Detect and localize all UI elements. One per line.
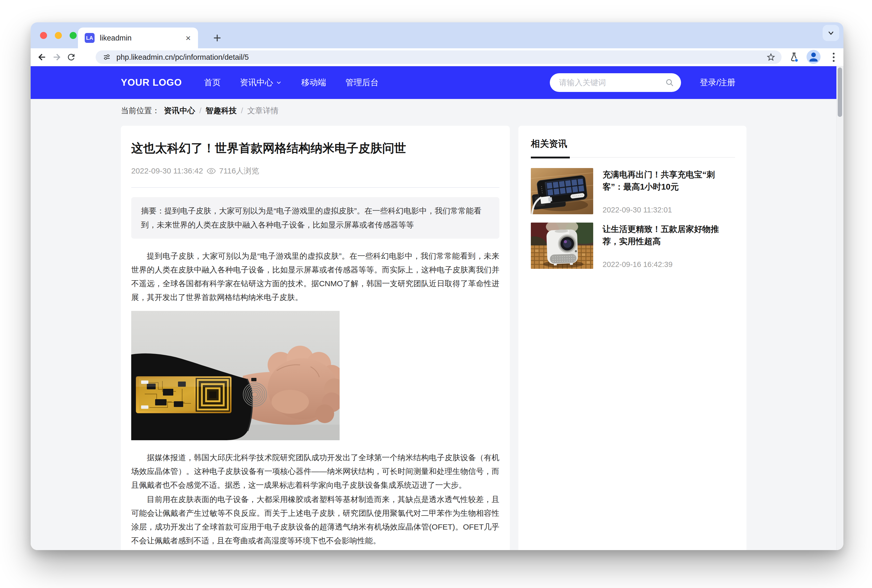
nav-item-label: 资讯中心 <box>240 77 273 88</box>
nav-item-mobile[interactable]: 移动端 <box>301 77 326 88</box>
main-navigation: 首页 资讯中心 移动端 管理后台 <box>204 77 378 88</box>
minimize-window-button[interactable] <box>55 32 62 39</box>
browser-toolbar: php.likeadmin.cn/pc/information/detail/5 <box>31 48 843 66</box>
chevron-down-icon <box>827 29 835 37</box>
browser-tab-strip: LA likeadmin × + <box>31 22 843 48</box>
fullscreen-window-button[interactable] <box>70 32 77 39</box>
search-icon[interactable] <box>665 78 674 87</box>
related-item-date: 2022-09-16 16:42:39 <box>603 260 672 269</box>
related-item-title[interactable]: 让生活更精致！五款居家好物推荐，实用性超高 <box>603 223 735 248</box>
nav-item-admin[interactable]: 管理后台 <box>345 77 378 88</box>
related-item-thumbnail[interactable] <box>531 223 593 269</box>
search-input[interactable] <box>558 78 665 87</box>
close-window-button[interactable] <box>40 32 47 39</box>
related-news-title: 相关资讯 <box>531 138 735 150</box>
article-paragraph: 目前用在皮肤表面的电子设备，大都采用橡胶或者塑料等基材制造而来，其缺点是透水透气… <box>131 492 500 548</box>
breadcrumb-separator: / <box>241 106 243 115</box>
tab-search-button[interactable] <box>822 25 839 41</box>
search-box[interactable] <box>550 73 681 92</box>
article-title: 这也太科幻了！世界首款网格结构纳米电子皮肤问世 <box>131 141 500 156</box>
publish-time: 2022-09-30 11:36:42 <box>131 166 203 175</box>
related-item-title[interactable]: 充满电再出门！共享充电宝“刺客”：最高1小时10元 <box>603 168 735 193</box>
bookmark-star-button[interactable] <box>766 52 776 62</box>
url-address-bar[interactable]: php.likeadmin.cn/pc/information/detail/5 <box>96 50 782 64</box>
related-item-thumbnail[interactable] <box>531 168 593 214</box>
site-settings-tune-icon[interactable] <box>102 53 111 62</box>
eye-icon <box>207 168 216 174</box>
breadcrumb-separator: / <box>199 106 201 115</box>
browser-menu-button[interactable] <box>826 50 841 64</box>
back-arrow-icon <box>37 52 47 62</box>
divider <box>131 187 500 188</box>
breadcrumb-prefix: 当前位置： <box>121 105 160 116</box>
browser-tab[interactable]: LA likeadmin × <box>78 27 198 48</box>
page-scrollbar[interactable] <box>836 66 843 550</box>
breadcrumb: 当前位置： 资讯中心 / 智趣科技 / 文章详情 <box>31 99 837 122</box>
nav-item-home[interactable]: 首页 <box>204 77 221 88</box>
web-page: YOUR LOGO 首页 资讯中心 移动端 管理后台 登录/ <box>31 66 837 550</box>
new-tab-button[interactable]: + <box>208 28 227 47</box>
related-item-date: 2022-09-30 11:32:01 <box>603 206 672 214</box>
back-button[interactable] <box>35 50 50 64</box>
article-paragraph: 提到电子皮肤，大家可别以为是“电子游戏里的虚拟皮肤”。在一些科幻电影中，我们常常… <box>131 249 500 304</box>
article-paragraph: 据媒体报道，韩国大邱庆北科学技术院研究团队成功开发出了全球第一个纳米结构电子皮肤… <box>131 451 500 492</box>
browser-window: LA likeadmin × + <box>31 22 843 550</box>
reload-button[interactable] <box>64 50 78 64</box>
star-icon <box>766 52 776 62</box>
site-favicon: LA <box>85 33 95 43</box>
related-item[interactable]: 让生活更精致！五款居家好物推荐，实用性超高 2022-09-16 16:42:3… <box>531 223 735 269</box>
login-register-link[interactable]: 登录/注册 <box>700 77 735 88</box>
article-image <box>131 311 339 440</box>
divider <box>531 157 735 158</box>
related-item[interactable]: 充满电再出门！共享充电宝“刺客”：最高1小时10元 2022-09-30 11:… <box>531 168 735 214</box>
profile-avatar-button[interactable] <box>806 50 821 64</box>
experiments-flask-button[interactable] <box>787 50 801 64</box>
reload-icon <box>66 52 76 62</box>
article-body: 提到电子皮肤，大家可别以为是“电子游戏里的虚拟皮肤”。在一些科幻电影中，我们常常… <box>131 249 500 548</box>
nav-item-news-center[interactable]: 资讯中心 <box>240 77 282 88</box>
tab-title: likeadmin <box>100 34 186 42</box>
flask-icon <box>789 52 800 63</box>
chevron-down-icon <box>276 80 282 86</box>
site-logo[interactable]: YOUR LOGO <box>121 77 182 88</box>
breadcrumb-news-center[interactable]: 资讯中心 <box>164 105 195 116</box>
forward-arrow-icon <box>51 52 62 62</box>
site-header: YOUR LOGO 首页 资讯中心 移动端 管理后台 登录/ <box>31 66 837 99</box>
article-card: 这也太科幻了！世界首款网格结构纳米电子皮肤问世 2022-09-30 11:36… <box>121 126 510 550</box>
user-avatar-icon <box>806 50 821 64</box>
related-news-card: 相关资讯 <box>518 126 746 550</box>
article-meta: 2022-09-30 11:36:42 7116人浏览 <box>131 166 500 176</box>
tab-close-icon[interactable]: × <box>186 33 191 42</box>
url-text[interactable]: php.likeadmin.cn/pc/information/detail/5 <box>116 53 249 62</box>
scrollbar-thumb[interactable] <box>838 68 842 117</box>
article-summary: 摘要：提到电子皮肤，大家可别以为是“电子游戏里的虚拟皮肤”。在一些科幻电影中，我… <box>131 197 500 238</box>
breadcrumb-current: 文章详情 <box>248 105 279 116</box>
forward-button[interactable] <box>50 50 64 64</box>
breadcrumb-category[interactable]: 智趣科技 <box>206 105 237 116</box>
view-count: 7116人浏览 <box>219 166 259 176</box>
